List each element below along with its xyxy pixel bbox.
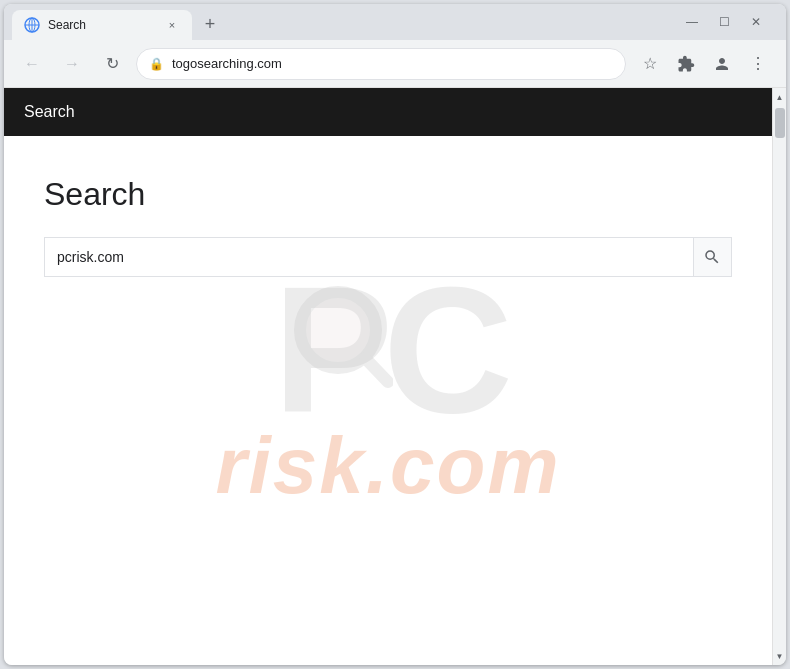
scroll-up-button[interactable]: ▲	[773, 90, 787, 104]
search-box-container	[44, 237, 732, 277]
url-text: togosearching.com	[172, 56, 613, 71]
address-bar[interactable]: 🔒 togosearching.com	[136, 48, 626, 80]
back-button[interactable]: ←	[16, 48, 48, 80]
scroll-down-button[interactable]: ▼	[773, 649, 787, 663]
watermark-pc-container: PC	[273, 260, 503, 440]
close-button[interactable]: ✕	[742, 8, 770, 36]
forward-button[interactable]: →	[56, 48, 88, 80]
maximize-button[interactable]: ☐	[710, 8, 738, 36]
active-tab[interactable]: Search ×	[12, 10, 192, 40]
page-title: Search	[44, 176, 732, 213]
watermark-pc-text: PC	[273, 249, 503, 450]
site-header: Search	[4, 88, 772, 136]
navigation-bar: ← → ↻ 🔒 togosearching.com ☆ ⋮	[4, 40, 786, 88]
svg-line-5	[365, 358, 388, 382]
tab-title: Search	[48, 18, 156, 32]
tab-favicon-icon	[24, 17, 40, 33]
site-header-title: Search	[24, 103, 75, 121]
bookmark-button[interactable]: ☆	[634, 48, 666, 80]
tab-close-button[interactable]: ×	[164, 17, 180, 33]
svg-point-4	[300, 292, 376, 368]
extensions-button[interactable]	[670, 48, 702, 80]
nav-actions: ☆ ⋮	[634, 48, 774, 80]
webpage: Search PC risk.com Search	[4, 88, 772, 665]
scrollbar: ▲ ▼	[772, 88, 786, 665]
tab-area: Search × +	[12, 4, 678, 40]
window-controls: — ☐ ✕	[678, 8, 778, 36]
magnifier-watermark-icon	[283, 280, 393, 390]
browser-window: Search × + — ☐ ✕ ← → ↻ 🔒 togosearching.c…	[4, 4, 786, 665]
search-submit-button[interactable]	[694, 237, 732, 277]
scrollbar-thumb[interactable]	[775, 108, 785, 138]
site-main: PC risk.com Search	[4, 136, 772, 636]
lock-icon: 🔒	[149, 57, 164, 71]
minimize-button[interactable]: —	[678, 8, 706, 36]
search-input[interactable]	[44, 237, 694, 277]
menu-button[interactable]: ⋮	[742, 48, 774, 80]
page-container: Search PC risk.com Search	[4, 88, 786, 665]
watermark-risk-text: risk.com	[215, 420, 560, 512]
title-bar: Search × + — ☐ ✕	[4, 4, 786, 40]
new-tab-button[interactable]: +	[196, 10, 224, 38]
profile-button[interactable]	[706, 48, 738, 80]
reload-button[interactable]: ↻	[96, 48, 128, 80]
